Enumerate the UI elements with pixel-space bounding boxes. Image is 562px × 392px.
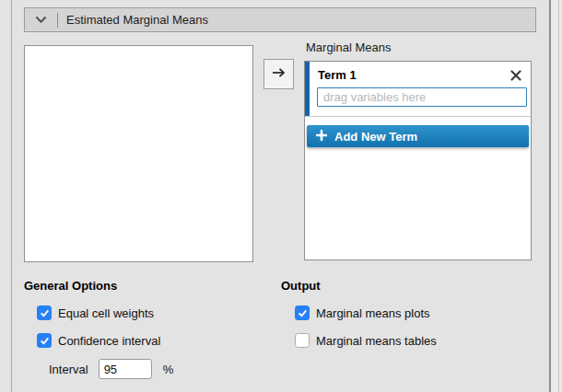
checkmark-icon xyxy=(40,336,50,346)
checkbox-marginal-means-plots[interactable] xyxy=(295,306,310,320)
interval-setting-row: Interval % xyxy=(49,359,173,379)
checkbox-confidence-interval[interactable] xyxy=(37,333,52,348)
interval-unit-label: % xyxy=(163,363,174,376)
panel-left-divider xyxy=(11,0,12,392)
add-new-term-label: Add New Term xyxy=(334,130,417,144)
section-title: Estimated Marginal Means xyxy=(66,13,208,27)
option-confidence-interval[interactable]: Confidence interval xyxy=(37,333,160,348)
term-accent-bar xyxy=(305,62,310,116)
available-variables-list[interactable] xyxy=(24,45,253,262)
plus-icon xyxy=(316,130,327,144)
term-title: Term 1 xyxy=(318,68,357,82)
checkmark-icon xyxy=(298,308,308,318)
interval-label: Interval xyxy=(49,363,88,376)
section-header-estimated-marginal-means[interactable]: Estimated Marginal Means xyxy=(24,7,536,32)
assign-variable-button[interactable] xyxy=(263,59,294,89)
add-new-term-button[interactable]: Add New Term xyxy=(307,125,529,147)
option-label: Marginal means tables xyxy=(316,334,437,348)
splitter-line xyxy=(558,0,559,392)
estimated-marginal-means-panel: Estimated Marginal Means Marginal Means … xyxy=(0,0,562,392)
option-marginal-means-tables[interactable]: Marginal means tables xyxy=(295,333,437,348)
marginal-means-label: Marginal Means xyxy=(306,40,392,54)
header-separator xyxy=(57,13,58,28)
checkbox-equal-cell-weights[interactable] xyxy=(37,306,52,320)
checkmark-icon xyxy=(40,308,50,318)
option-equal-cell-weights[interactable]: Equal cell weights xyxy=(37,306,154,320)
panel-right-divider[interactable] xyxy=(549,0,551,392)
term-item: Term 1 xyxy=(305,62,531,117)
chevron-down-icon[interactable] xyxy=(35,16,47,24)
panel-right-gutter xyxy=(551,0,562,392)
option-marginal-means-plots[interactable]: Marginal means plots xyxy=(295,306,430,320)
marginal-means-terms-box[interactable]: Term 1 Add New Term xyxy=(304,61,532,260)
close-icon[interactable] xyxy=(509,69,522,82)
term-drop-zone-input[interactable] xyxy=(317,87,527,107)
option-label: Equal cell weights xyxy=(58,306,154,320)
output-heading: Output xyxy=(281,279,321,293)
arrow-right-icon xyxy=(271,66,287,82)
interval-value-input[interactable] xyxy=(99,359,152,379)
option-label: Marginal means plots xyxy=(316,306,430,320)
general-options-heading: General Options xyxy=(24,279,117,293)
checkbox-marginal-means-tables[interactable] xyxy=(295,333,310,348)
option-label: Confidence interval xyxy=(58,334,160,348)
